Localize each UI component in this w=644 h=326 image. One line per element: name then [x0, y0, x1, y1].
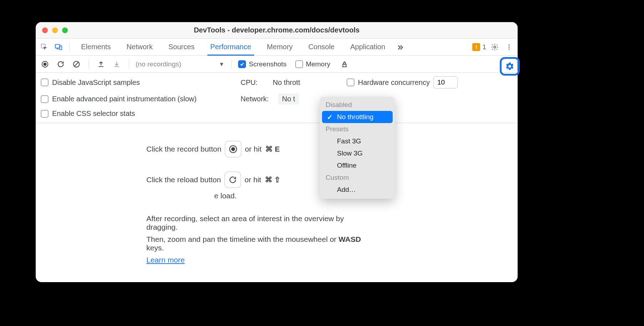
screenshots-toggle[interactable]: Screenshots: [238, 60, 287, 68]
svg-point-3: [494, 46, 496, 48]
svg-point-5: [508, 46, 509, 47]
record-icon: [225, 141, 241, 157]
menu-item-slow-3g[interactable]: Slow 3G: [320, 147, 395, 159]
separator: [69, 42, 70, 52]
cpu-throttle-row: CPU: No thrott Hardware concurrency: [241, 76, 513, 88]
memory-checkbox[interactable]: [295, 60, 303, 68]
tabs-row: Elements Network Sources Performance Mem…: [36, 39, 518, 56]
chevron-down-icon: ▾: [220, 60, 223, 68]
memory-toggle[interactable]: Memory: [295, 60, 331, 68]
capture-settings-panel: Disable JavaScript samples CPU: No throt…: [36, 73, 518, 123]
capture-settings-button[interactable]: [500, 57, 520, 76]
memory-label: Memory: [306, 60, 331, 68]
advanced-paint-toggle[interactable]: Enable advanced paint instrumentation (s…: [41, 95, 233, 103]
css-selector-stats-toggle[interactable]: Enable CSS selector stats: [41, 109, 233, 118]
checkbox[interactable]: [41, 95, 49, 103]
upload-profile-button[interactable]: [95, 58, 107, 70]
tab-memory[interactable]: Memory: [261, 39, 299, 55]
traffic-lights: [36, 27, 68, 33]
hw-concurrency-checkbox[interactable]: [347, 78, 354, 86]
shortcut-reload: ⌘ ⇧: [265, 175, 281, 184]
menu-group-disabled: Disabled: [320, 99, 395, 111]
cpu-label: CPU:: [241, 78, 269, 87]
disable-js-samples-toggle[interactable]: Disable JavaScript samples: [41, 78, 233, 87]
window-title: DevTools - developer.chrome.com/docs/dev…: [36, 26, 518, 34]
screenshots-label: Screenshots: [249, 60, 287, 68]
css-selector-label: Enable CSS selector stats: [52, 109, 135, 118]
more-tabs-icon[interactable]: [394, 41, 406, 53]
devtools-window: DevTools - developer.chrome.com/docs/dev…: [36, 22, 518, 282]
recordings-label: (no recordings): [136, 60, 181, 68]
disable-js-label: Disable JavaScript samples: [52, 78, 140, 87]
tab-application[interactable]: Application: [344, 39, 392, 55]
menu-item-offline[interactable]: Offline: [320, 159, 395, 172]
separator: [129, 60, 129, 69]
cpu-throttle-select[interactable]: No thrott: [273, 78, 336, 87]
empty-para-2: Then, zoom and pan the timeline with the…: [146, 235, 368, 252]
network-label: Network:: [241, 95, 275, 103]
checkbox[interactable]: [41, 110, 49, 118]
issues-count: 1: [482, 43, 486, 51]
kebab-menu-icon[interactable]: [503, 41, 515, 53]
collect-garbage-button[interactable]: [339, 58, 350, 70]
clear-button[interactable]: [71, 58, 82, 70]
menu-item-fast-3g[interactable]: Fast 3G: [320, 135, 395, 147]
tab-console[interactable]: Console: [302, 39, 341, 55]
recordings-dropdown[interactable]: (no recordings) ▾: [136, 60, 225, 68]
titlebar: DevTools - developer.chrome.com/docs/dev…: [36, 22, 518, 39]
checkbox[interactable]: [41, 78, 49, 86]
hw-concurrency-label: Hardware concurrency: [358, 78, 430, 87]
warning-icon: !: [472, 43, 480, 51]
svg-point-11: [231, 147, 235, 151]
maximize-window-button[interactable]: [62, 27, 68, 33]
performance-empty-state: Click the record button or hit ⌘ E ding.…: [36, 123, 518, 282]
record-button[interactable]: [39, 58, 51, 70]
performance-toolbar: (no recordings) ▾ Screenshots Memory: [36, 56, 518, 73]
empty-para-1: After recording, select an area of inter…: [146, 214, 368, 231]
devtools-settings-icon[interactable]: [489, 41, 500, 53]
close-window-button[interactable]: [42, 27, 48, 33]
menu-group-custom: Custom: [320, 172, 395, 184]
svg-point-4: [508, 44, 509, 45]
learn-more-link[interactable]: Learn more: [146, 256, 185, 264]
separator: [89, 60, 89, 69]
network-throttle-select[interactable]: No t: [278, 93, 299, 105]
inspect-element-icon[interactable]: [39, 41, 50, 53]
network-throttle-menu: Disabled No throttling Presets Fast 3G S…: [320, 97, 395, 199]
tab-network[interactable]: Network: [120, 39, 159, 55]
tab-elements[interactable]: Elements: [75, 39, 117, 55]
menu-group-presets: Presets: [320, 123, 395, 135]
hw-concurrency-input[interactable]: [433, 76, 458, 88]
download-profile-button[interactable]: [111, 58, 122, 70]
menu-item-add-custom[interactable]: Add…: [320, 184, 395, 196]
shortcut-record: ⌘ E: [265, 145, 280, 153]
svg-rect-1: [55, 44, 60, 48]
screenshots-checkbox[interactable]: [238, 60, 246, 68]
svg-point-6: [508, 49, 509, 50]
device-toolbar-icon[interactable]: [53, 41, 64, 53]
menu-item-no-throttling[interactable]: No throttling: [322, 111, 393, 123]
tab-performance[interactable]: Performance: [204, 39, 258, 55]
tab-sources[interactable]: Sources: [162, 39, 201, 55]
reload-record-button[interactable]: [55, 58, 66, 70]
advanced-paint-label: Enable advanced paint instrumentation (s…: [52, 95, 197, 103]
issues-badge[interactable]: ! 1: [472, 43, 486, 51]
reload-icon: [225, 172, 241, 188]
separator: [231, 60, 232, 69]
minimize-window-button[interactable]: [52, 27, 58, 33]
svg-point-8: [43, 62, 46, 66]
